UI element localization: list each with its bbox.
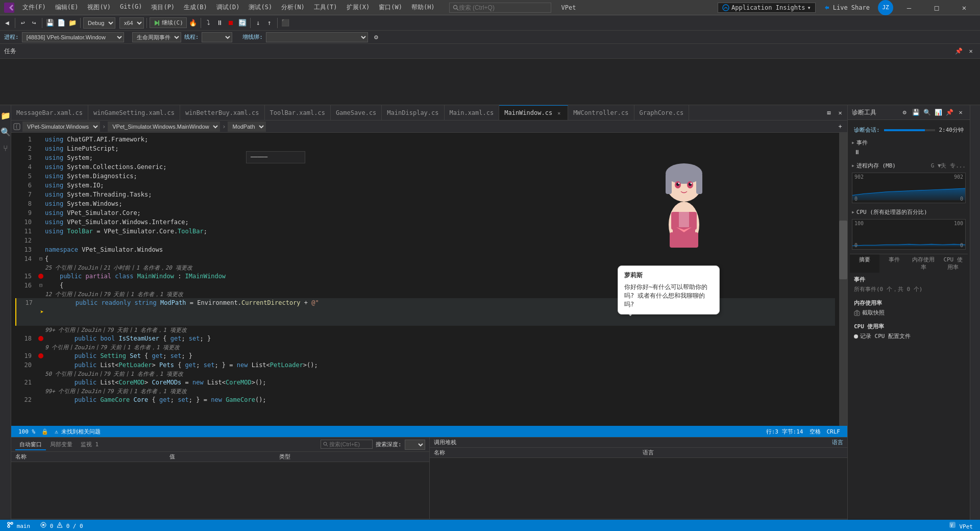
step-over-btn[interactable]: ⤵ (204, 18, 214, 28)
menu-project[interactable]: 项目(P) (147, 2, 179, 13)
toolbar-open[interactable]: 📁 (67, 18, 78, 28)
status-vpet[interactable]: V VPet (946, 521, 976, 530)
task-pane-pin[interactable]: 📌 (953, 46, 964, 56)
user-avatar[interactable]: JZ (878, 0, 893, 15)
stop-btn[interactable]: ⏹ (226, 18, 236, 28)
tab-mainwindow-close[interactable]: ✕ (555, 109, 562, 116)
diag-close[interactable]: ✕ (955, 107, 966, 117)
status-no-issues[interactable]: ⚠ 未找到相关问题 (52, 428, 104, 436)
status-space[interactable]: 空格 (806, 428, 824, 436)
diag-events-title[interactable]: 事件 (850, 138, 968, 148)
tab-split[interactable]: ⊞ (824, 108, 834, 118)
diag-tab-memory[interactable]: 内存使用率 (909, 254, 939, 273)
menu-test[interactable]: 测试(S) (244, 2, 276, 13)
continue-button[interactable]: 继续(C) (150, 17, 187, 28)
menu-window[interactable]: 窗口(W) (375, 2, 406, 13)
toolbar-save[interactable]: 💾 (45, 18, 55, 28)
status-errors[interactable]: 0 0 / 0 (37, 522, 86, 529)
menu-edit[interactable]: 编辑(E) (51, 2, 83, 13)
breakpoint-18[interactable] (38, 336, 43, 341)
menu-help[interactable]: 帮助(H) (407, 2, 439, 13)
diag-cpu-title[interactable]: CPU (所有处理器的百分比) (850, 207, 968, 217)
process-select[interactable]: [48836] VPet-Simulator.Window (22, 32, 124, 42)
tab-mwcontroller[interactable]: MWController.cs (568, 105, 634, 120)
activity-search[interactable]: 🔍 (0, 124, 11, 140)
menu-debug[interactable]: 调试(D) (212, 2, 244, 13)
tab-toolbar[interactable]: ToolBar.xaml.cs (265, 105, 331, 120)
search-depth-select[interactable]: 搜索深度: (374, 440, 404, 450)
breakpoint-settings[interactable]: ⚙ (371, 32, 381, 42)
tab-winbetterbuy[interactable]: winBetterBuy.xaml.cs (180, 105, 265, 120)
diag-tab-events[interactable]: 事件 (879, 254, 909, 273)
diag-chart-btn[interactable]: 📊 (933, 107, 943, 117)
status-zoom[interactable]: 100 % (15, 428, 38, 435)
breakpoint-19[interactable] (38, 353, 43, 358)
tab-close-all[interactable]: ✕ (835, 108, 845, 118)
maximize-button[interactable]: □ (925, 0, 948, 15)
menu-extensions[interactable]: 扩展(X) (342, 2, 374, 13)
activity-explore[interactable]: 📁 (0, 107, 11, 124)
menu-build[interactable]: 生成(B) (180, 2, 211, 13)
auto-watch-search[interactable] (329, 441, 370, 447)
diag-memory-title[interactable]: 进程内存 (MB) G ▼失 专... (850, 161, 968, 171)
menu-analyze[interactable]: 分析(N) (277, 2, 309, 13)
activity-git[interactable]: ⑂ (0, 140, 11, 156)
close-button[interactable]: ✕ (952, 0, 976, 15)
memory-fail-icon[interactable]: ▼失 (938, 162, 947, 169)
menu-tools[interactable]: 工具(T) (310, 2, 341, 13)
events-pause[interactable]: ⏸ (854, 149, 860, 156)
editor-scrollbar[interactable] (839, 133, 847, 426)
tab-watch1[interactable]: 监视 1 (77, 440, 103, 450)
app-insights-button[interactable]: Application Insights ▾ (718, 3, 816, 13)
memory-snapshot-btn[interactable]: 截取快照 (854, 308, 964, 318)
debug-mode-select[interactable]: Debug (83, 17, 115, 29)
pause-btn[interactable]: ⏸ (215, 18, 225, 28)
tab-mainwindow[interactable]: MainWindow.cs ✕ (499, 105, 568, 120)
tab-locals[interactable]: 局部变量 (46, 440, 77, 450)
tab-wingamesetting[interactable]: winGameSetting.xaml.cs (88, 105, 180, 120)
cpu-profile-btn[interactable]: 记录 CPU 配置文件 (854, 331, 964, 341)
toolbar-undo[interactable]: ↩ (18, 18, 28, 28)
class-select[interactable]: VPet_Simulator.Windows.MainWindow (108, 122, 220, 132)
menu-file[interactable]: 文件(F) (18, 2, 50, 13)
member-select[interactable]: ModPath (228, 122, 266, 132)
breakpoint-select[interactable] (266, 32, 368, 42)
memory-icons[interactable]: G ▼失 专... (931, 162, 966, 170)
memory-g-icon[interactable]: G (931, 162, 935, 169)
step-out-btn[interactable]: ↑ (264, 18, 275, 28)
toolbar-back[interactable]: ◀ (2, 18, 12, 28)
toolbar-new[interactable]: 📄 (56, 18, 66, 28)
diag-save[interactable]: 💾 (911, 107, 921, 117)
auto-watch-search-box[interactable] (321, 440, 373, 449)
status-encoding[interactable]: CRLF (824, 428, 844, 435)
toolbar-redo[interactable]: ↪ (29, 18, 39, 28)
menu-view[interactable]: 视图(V) (83, 2, 115, 13)
restart-btn[interactable]: 🔄 (237, 18, 248, 28)
diag-tab-summary[interactable]: 摘要 (850, 254, 879, 273)
status-position[interactable]: 行:3 字节:14 (763, 428, 806, 436)
platform-select[interactable]: x64 (119, 17, 144, 29)
tab-auto-watch[interactable]: 自动窗口 (15, 440, 46, 450)
breakpoint-15[interactable] (38, 274, 43, 279)
tab-main[interactable]: Main.xaml.cs (445, 105, 500, 120)
editor-add-btn[interactable]: + (835, 122, 845, 132)
breakpoint-btn[interactable]: ⬛ (280, 18, 290, 28)
search-box[interactable] (449, 3, 551, 13)
tab-graphcore[interactable]: GraphCore.cs (634, 105, 690, 120)
status-branch[interactable]: main (4, 522, 33, 529)
lifecycle-select[interactable]: 生命周期事件 (132, 32, 181, 42)
memory-special-icon[interactable]: 专... (950, 162, 966, 169)
diag-zoom-in[interactable]: 🔍 (922, 107, 932, 117)
task-pane-close[interactable]: ✕ (966, 46, 976, 56)
tab-messagebar[interactable]: MessageBar.xaml.cs (11, 105, 88, 120)
menu-git[interactable]: Git(G) (116, 2, 146, 13)
step-into-btn[interactable]: ↓ (253, 18, 263, 28)
status-icons[interactable]: 🔒 (38, 428, 52, 435)
tab-gamesave[interactable]: GameSave.cs (331, 105, 382, 120)
depth-dropdown[interactable] (405, 440, 425, 450)
minimize-button[interactable]: — (897, 0, 921, 15)
thread-select[interactable] (202, 32, 232, 42)
search-input[interactable] (459, 4, 535, 11)
tab-maindisplay[interactable]: MainDisplay.cs (382, 105, 444, 120)
diag-pin[interactable]: 📌 (944, 107, 954, 117)
